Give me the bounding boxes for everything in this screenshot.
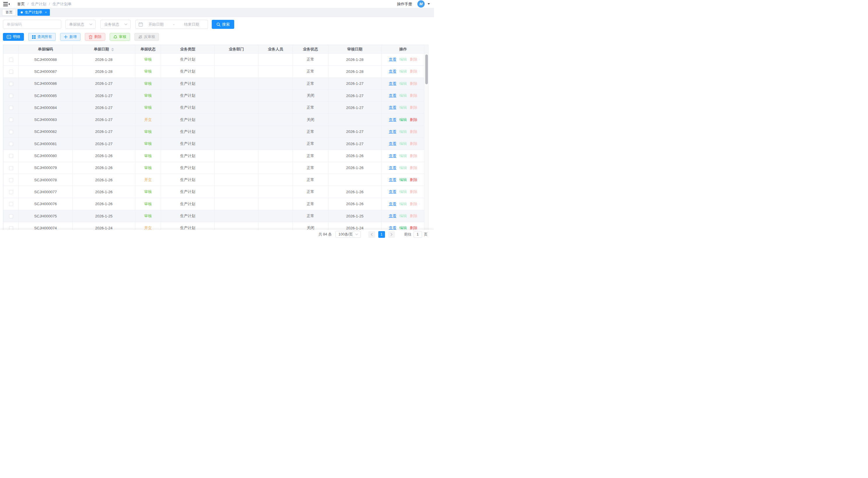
user-menu-caret-icon[interactable] bbox=[428, 3, 430, 5]
row-checkbox[interactable] bbox=[9, 94, 13, 98]
add-button[interactable]: 新增 bbox=[60, 33, 81, 41]
view-link[interactable]: 查看 bbox=[389, 214, 396, 218]
edit-link[interactable]: 编辑 bbox=[399, 117, 407, 122]
delete-link[interactable]: 删除 bbox=[410, 69, 417, 73]
biz-type-cell: 生产计划 bbox=[161, 198, 215, 210]
delete-link[interactable]: 删除 bbox=[410, 166, 417, 170]
audit-button[interactable]: 审核 bbox=[110, 33, 130, 41]
delete-link[interactable]: 删除 bbox=[410, 190, 417, 194]
edit-link[interactable]: 编辑 bbox=[399, 190, 407, 194]
doc-date-cell: 2026-1-27 bbox=[73, 126, 135, 138]
breadcrumb-production-plan[interactable]: 生产计划 bbox=[31, 1, 46, 7]
query-all-button[interactable]: 查询所有 bbox=[28, 33, 56, 41]
row-checkbox[interactable] bbox=[9, 58, 13, 62]
delete-button[interactable]: 删除 bbox=[85, 33, 105, 41]
delete-link[interactable]: 删除 bbox=[410, 57, 417, 62]
delete-link[interactable]: 删除 bbox=[410, 214, 417, 218]
edit-link[interactable]: 编辑 bbox=[399, 153, 407, 158]
edit-link[interactable]: 编辑 bbox=[399, 129, 407, 134]
view-link[interactable]: 查看 bbox=[389, 57, 396, 62]
biz-dept-cell bbox=[215, 138, 258, 150]
row-checkbox[interactable] bbox=[9, 154, 13, 158]
next-page-button[interactable] bbox=[388, 231, 395, 238]
view-link[interactable]: 查看 bbox=[389, 190, 396, 194]
page-size-select[interactable]: 100条/页 bbox=[335, 231, 361, 238]
delete-link[interactable]: 删除 bbox=[410, 202, 417, 206]
row-checkbox[interactable] bbox=[9, 202, 13, 206]
doc-date-cell: 2026-1-26 bbox=[73, 174, 135, 186]
biz-status-select[interactable]: 业务状态 bbox=[100, 20, 131, 29]
edit-link[interactable]: 编辑 bbox=[399, 57, 407, 62]
delete-link[interactable]: 删除 bbox=[410, 153, 417, 158]
doc-code-input[interactable] bbox=[3, 22, 61, 27]
delete-link[interactable]: 删除 bbox=[410, 117, 417, 122]
prev-page-button[interactable] bbox=[368, 231, 375, 238]
delete-link[interactable]: 删除 bbox=[410, 129, 417, 134]
manual-link[interactable]: 操作手册 bbox=[397, 1, 412, 7]
delete-link[interactable]: 删除 bbox=[410, 105, 417, 110]
view-link[interactable]: 查看 bbox=[389, 105, 396, 110]
operations-cell: 查看编辑删除 bbox=[381, 126, 425, 138]
detail-button[interactable]: 明细 bbox=[3, 33, 24, 41]
edit-link[interactable]: 编辑 bbox=[399, 81, 407, 86]
view-link[interactable]: 查看 bbox=[389, 81, 396, 86]
delete-link[interactable]: 删除 bbox=[410, 81, 417, 86]
date-start-placeholder[interactable]: 开始日期 bbox=[143, 22, 169, 27]
row-checkbox[interactable] bbox=[9, 166, 13, 170]
view-link[interactable]: 查看 bbox=[389, 117, 396, 122]
filter-bar: 单据状态 业务状态 开始日期 - 结束日期 bbox=[3, 17, 431, 29]
biz-type-cell: 生产计划 bbox=[161, 77, 215, 90]
goto-page-input[interactable] bbox=[413, 231, 422, 238]
row-checkbox[interactable] bbox=[9, 142, 13, 146]
col-doc-date[interactable]: 单据日期 bbox=[73, 45, 135, 54]
unaudit-button[interactable]: 反审核 bbox=[134, 33, 159, 41]
delete-link[interactable]: 删除 bbox=[410, 141, 417, 146]
doc-status-select[interactable]: 单据状态 bbox=[65, 20, 96, 29]
tab-production-plan-order[interactable]: 生产计划单 × bbox=[18, 9, 50, 16]
edit-link[interactable]: 编辑 bbox=[399, 166, 407, 170]
doc-date-cell: 2026-1-28 bbox=[73, 54, 135, 66]
edit-link[interactable]: 编辑 bbox=[399, 93, 407, 98]
doc-code-cell: SCJH000080 bbox=[19, 150, 73, 162]
view-link[interactable]: 查看 bbox=[389, 69, 396, 73]
row-checkbox[interactable] bbox=[9, 106, 13, 110]
view-link[interactable]: 查看 bbox=[389, 141, 396, 146]
edit-link[interactable]: 编辑 bbox=[399, 177, 407, 182]
biz-dept-cell bbox=[215, 77, 258, 90]
search-button[interactable]: 搜索 bbox=[212, 20, 234, 29]
view-link[interactable]: 查看 bbox=[389, 166, 396, 170]
delete-link[interactable]: 删除 bbox=[410, 177, 417, 182]
date-end-placeholder[interactable]: 结束日期 bbox=[179, 22, 205, 27]
row-checkbox[interactable] bbox=[9, 178, 13, 182]
edit-link[interactable]: 编辑 bbox=[399, 105, 407, 110]
date-range-picker[interactable]: 开始日期 - 结束日期 bbox=[135, 20, 208, 29]
scrollbar-thumb[interactable] bbox=[425, 55, 428, 84]
tab-close-icon[interactable]: × bbox=[45, 10, 46, 14]
view-link[interactable]: 查看 bbox=[389, 153, 396, 158]
menu-fold-icon[interactable] bbox=[3, 2, 10, 6]
doc-date-cell: 2026-1-27 bbox=[73, 138, 135, 150]
edit-link[interactable]: 编辑 bbox=[399, 214, 407, 218]
view-link[interactable]: 查看 bbox=[389, 202, 396, 206]
edit-link[interactable]: 编辑 bbox=[399, 141, 407, 146]
tab-home[interactable]: 首页 bbox=[2, 9, 16, 16]
avatar[interactable]: M bbox=[417, 0, 425, 8]
doc-date-cell: 2026-1-27 bbox=[73, 90, 135, 101]
edit-link[interactable]: 编辑 bbox=[399, 69, 407, 73]
row-checkbox[interactable] bbox=[9, 82, 13, 86]
breadcrumb-home[interactable]: 首页 bbox=[17, 1, 25, 7]
row-checkbox[interactable] bbox=[9, 118, 13, 122]
row-checkbox[interactable] bbox=[9, 130, 13, 134]
doc-status-cell: 审核 bbox=[135, 77, 161, 90]
view-link[interactable]: 查看 bbox=[389, 93, 396, 98]
view-link[interactable]: 查看 bbox=[389, 177, 396, 182]
row-checkbox[interactable] bbox=[9, 190, 13, 194]
edit-link[interactable]: 编辑 bbox=[399, 202, 407, 206]
row-checkbox[interactable] bbox=[9, 214, 13, 218]
biz-dept-cell bbox=[215, 186, 258, 198]
view-link[interactable]: 查看 bbox=[389, 129, 396, 134]
page-number-1[interactable]: 1 bbox=[378, 231, 385, 238]
row-checkbox[interactable] bbox=[9, 70, 13, 74]
sort-icon[interactable] bbox=[111, 48, 114, 51]
delete-link[interactable]: 删除 bbox=[410, 93, 417, 98]
